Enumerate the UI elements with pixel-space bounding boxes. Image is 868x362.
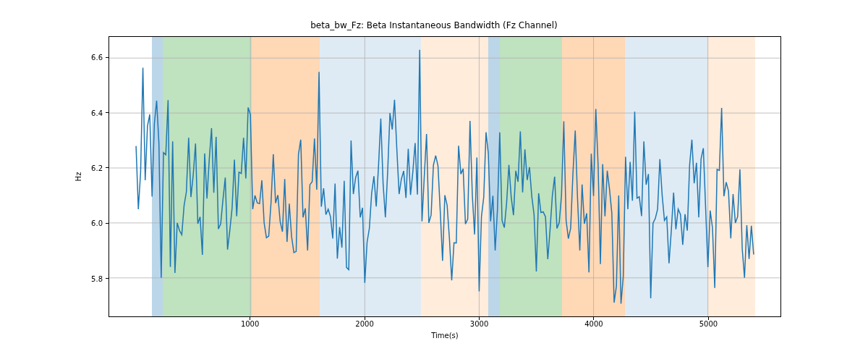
x-axis-label: Time(s) [109,332,781,340]
x-tick-label: 5000 [699,320,718,328]
figure: beta_bw_Fz: Beta Instantaneous Bandwidth… [0,0,868,362]
x-tick-label: 1000 [241,320,259,328]
y-tick-label: 6.4 [91,109,103,117]
y-tick-label: 6.6 [91,54,103,62]
x-tick-label: 4000 [584,320,603,328]
x-tick-label: 2000 [355,320,373,328]
x-tick-label: 3000 [470,320,488,328]
y-tick-label: 5.8 [91,274,103,282]
series-line [136,50,754,304]
y-tick-label: 6.2 [91,164,103,172]
plot-area [109,36,781,317]
y-tick-label: 6.0 [91,219,103,227]
y-axis-label: Hz [75,172,82,182]
data-line [109,37,780,316]
chart-title: beta_bw_Fz: Beta Instantaneous Bandwidth… [0,20,868,30]
